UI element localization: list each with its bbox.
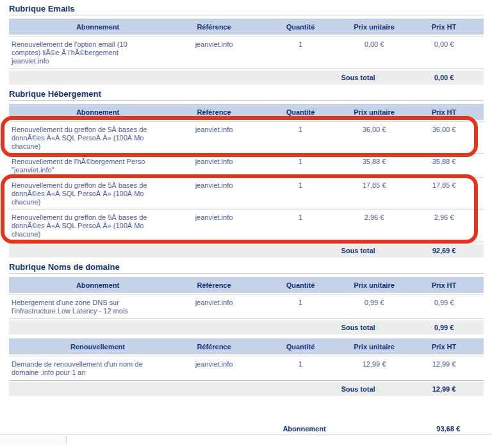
- cell-abonnement: Renouvellement du greffon de 5Â bases de…: [9, 181, 163, 206]
- cell-abonnement: Renouvellement de l'option email (10 com…: [9, 40, 163, 65]
- cell-quantite: 1: [265, 158, 336, 166]
- header-cell-reference: Référence: [163, 281, 265, 289]
- summary-label: Abonnement: [275, 425, 333, 433]
- renewal-table: Renouvellement Référence Quantité Prix u…: [9, 338, 484, 396]
- table-header-row: Abonnement Référence Quantité Prix unita…: [9, 104, 484, 120]
- table-row-sql-perso-2: Renouvellement du greffon de 5Â bases de…: [9, 210, 484, 242]
- cell-prix-unitaire: 36,00 €: [336, 126, 413, 134]
- cell-reference: jeanviet.info: [163, 181, 265, 190]
- bottom-strip-left-edge: [0, 436, 67, 444]
- cell-abonnement: Renouvellement du greffon de 5Â bases de…: [9, 126, 163, 151]
- cell-quantite: 1: [265, 181, 336, 190]
- cell-abonnement: Renouvellement du greffon de 5Â bases de…: [9, 213, 163, 238]
- cell-reference: jeanviet.info: [163, 158, 265, 166]
- section-emails: Rubrique Emails Abonnement Référence Qua…: [0, 4, 492, 85]
- header-cell-reference: Référence: [163, 108, 265, 116]
- cell-abonnement: Renouvellement de l'hÃ©bergement Perso "…: [9, 158, 163, 174]
- header-cell-abonnement: Abonnement: [9, 23, 163, 31]
- subtotal-value: 0,00 €: [413, 74, 484, 81]
- cell-prix-ht: 2,96 €: [413, 213, 484, 222]
- header-cell-prix-ht: Prix HT: [413, 281, 484, 289]
- header-cell-quantite: Quantité: [265, 343, 336, 351]
- cell-quantite: 1: [265, 299, 336, 307]
- table-body: Hebergement d'une zone DNS sur l'infrast…: [9, 294, 484, 319]
- cell-reference: jeanviet.info: [163, 360, 265, 369]
- section-noms-de-domaine: Rubrique Noms de domaine Abonnement Réfé…: [0, 262, 492, 396]
- cell-reference: jeanviet.info: [163, 213, 265, 222]
- hebergement-table: Abonnement Référence Quantité Prix unita…: [9, 104, 484, 258]
- table-header-row: Renouvellement Référence Quantité Prix u…: [9, 338, 484, 354]
- divider: [9, 273, 484, 274]
- section-title: Rubrique Hébergement: [9, 89, 492, 99]
- subtotal-label: Sous total: [316, 324, 400, 331]
- header-cell-reference: Référence: [163, 343, 265, 351]
- subtotal-label: Sous total: [316, 385, 400, 393]
- table-row-sql-perso-36: Renouvellement du greffon de 5Â bases de…: [9, 122, 484, 154]
- header-cell-prix-unitaire: Prix unitaire: [336, 108, 413, 116]
- cell-prix-unitaire: 0,99 €: [336, 299, 413, 307]
- summary-row: Abonnement 93,68 €: [0, 425, 492, 435]
- table-header-row: Abonnement Référence Quantité Prix unita…: [9, 19, 484, 35]
- section-title: Rubrique Emails: [9, 4, 492, 13]
- invoice-page: Rubrique Emails Abonnement Référence Qua…: [0, 0, 492, 448]
- subtotal-label: Sous total: [316, 74, 400, 81]
- dns-table: Abonnement Référence Quantité Prix unita…: [9, 277, 484, 335]
- cell-reference: jeanviet.info: [163, 126, 265, 134]
- cell-prix-ht: 17,85 €: [413, 181, 484, 190]
- subtotal-row: Sous total 12,99 €: [9, 382, 484, 396]
- cell-reference: jeanviet.info: [163, 299, 265, 307]
- subtotal-label: Sous total: [316, 247, 400, 254]
- header-cell-quantite: Quantité: [265, 108, 336, 116]
- cell-reference: jeanviet.info: [163, 40, 265, 49]
- table-header-row: Abonnement Référence Quantité Prix unita…: [9, 277, 484, 293]
- header-cell-quantite: Quantité: [265, 281, 336, 289]
- cell-quantite: 1: [265, 40, 336, 49]
- cell-abonnement: Hebergement d'une zone DNS sur l'infrast…: [9, 299, 163, 315]
- header-cell-abonnement: Abonnement: [9, 108, 163, 116]
- cell-prix-ht: 0,00 €: [413, 40, 484, 49]
- divider: [9, 15, 484, 15]
- emails-table: Abonnement Référence Quantité Prix unita…: [9, 19, 484, 85]
- section-hebergement: Rubrique Hébergement Abonnement Référenc…: [0, 89, 492, 258]
- header-cell-prix-unitaire: Prix unitaire: [336, 281, 413, 289]
- header-cell-reference: Référence: [163, 23, 265, 31]
- subtotal-value: 92,69 €: [413, 247, 484, 254]
- bottom-strip: [0, 435, 492, 444]
- table-row-sql-perso-17: Renouvellement du greffon de 5Â bases de…: [9, 178, 484, 210]
- subtotal-row: Sous total 0,99 €: [9, 320, 484, 335]
- subtotal-value: 12,99 €: [413, 385, 484, 393]
- cell-abonnement: Demande de renouvellement d'un nom de do…: [9, 360, 163, 377]
- cell-quantite: 1: [265, 213, 336, 222]
- section-title: Rubrique Noms de domaine: [9, 262, 492, 272]
- header-cell-prix-ht: Prix HT: [413, 108, 484, 116]
- header-cell-quantite: Quantité: [265, 23, 336, 31]
- table-row-perso-hosting: Renouvellement de l'hÃ©bergement Perso "…: [9, 154, 484, 178]
- header-cell-abonnement: Abonnement: [9, 281, 163, 289]
- cell-prix-unitaire: 2,96 €: [336, 213, 413, 222]
- subtotal-row: Sous total 0,00 €: [9, 71, 484, 85]
- cell-quantite: 1: [265, 126, 336, 134]
- divider: [9, 100, 484, 101]
- cell-prix-ht: 35,88 €: [413, 158, 484, 166]
- cell-prix-unitaire: 0,00 €: [336, 40, 413, 49]
- header-cell-renouvellement: Renouvellement: [9, 343, 163, 351]
- header-cell-prix-unitaire: Prix unitaire: [336, 23, 413, 31]
- table-body: Renouvellement de l'option email (10 com…: [9, 36, 484, 69]
- table-body: Demande de renouvellement d'un nom de do…: [9, 356, 484, 381]
- header-cell-prix-ht: Prix HT: [413, 343, 484, 351]
- cell-quantite: 1: [265, 360, 336, 369]
- cell-prix-unitaire: 17,85 €: [336, 181, 413, 190]
- subtotal-row: Sous total 92,69 €: [9, 244, 484, 258]
- subtotal-value: 0,99 €: [413, 324, 484, 331]
- cell-prix-ht: 0,99 €: [413, 299, 484, 307]
- cell-prix-unitaire: 35,88 €: [336, 158, 413, 166]
- cell-prix-ht: 12,99 €: [413, 360, 484, 369]
- table-body: Renouvellement du greffon de 5Â bases de…: [9, 121, 484, 242]
- table-row: Renouvellement de l'option email (10 com…: [9, 37, 484, 69]
- table-row-domain-renewal: Demande de renouvellement d'un nom de do…: [9, 356, 484, 380]
- cell-prix-ht: 36,00 €: [413, 126, 484, 134]
- cell-prix-unitaire: 12,99 €: [336, 360, 413, 369]
- header-cell-prix-unitaire: Prix unitaire: [336, 343, 413, 351]
- summary-value: 93,68 €: [436, 425, 460, 433]
- header-cell-prix-ht: Prix HT: [413, 23, 484, 31]
